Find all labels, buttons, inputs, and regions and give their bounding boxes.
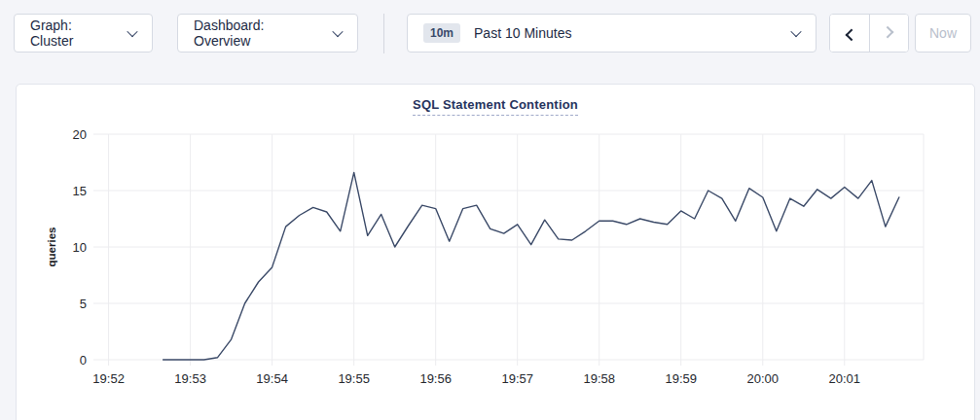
svg-text:19:59: 19:59: [665, 371, 697, 386]
svg-text:20:00: 20:00: [746, 371, 779, 386]
chevron-right-icon: [882, 25, 894, 38]
graph-dropdown-label: Graph: Cluster: [30, 18, 118, 49]
chart-title-wrap: SQL Statement Contention: [17, 85, 974, 116]
time-range-label: Past 10 Minutes: [474, 25, 571, 41]
svg-text:0: 0: [80, 353, 87, 368]
graph-dropdown[interactable]: Graph: Cluster: [14, 14, 153, 52]
svg-text:20:01: 20:01: [829, 371, 861, 386]
svg-text:19:54: 19:54: [256, 371, 288, 386]
chevron-left-icon: [845, 28, 857, 41]
previous-time-button[interactable]: [830, 15, 869, 52]
svg-text:19:58: 19:58: [583, 371, 615, 386]
svg-text:19:57: 19:57: [501, 371, 533, 386]
toolbar-divider: [383, 14, 384, 53]
sql-contention-chart[interactable]: 0510152019:5219:5319:5419:5519:5619:5719…: [17, 116, 976, 420]
time-range-badge: 10m: [423, 23, 460, 43]
dashboard-dropdown[interactable]: Dashboard: Overview: [177, 14, 358, 52]
chevron-down-icon: [127, 26, 137, 37]
chart-title[interactable]: SQL Statement Contention: [413, 97, 578, 116]
chevron-down-icon: [790, 26, 801, 37]
svg-text:10: 10: [73, 240, 87, 255]
svg-text:19:56: 19:56: [419, 371, 452, 386]
time-range-dropdown[interactable]: 10m Past 10 Minutes: [407, 14, 817, 52]
toolbar: Graph: Cluster Dashboard: Overview 10m P…: [0, 0, 980, 52]
svg-text:queries: queries: [46, 228, 57, 267]
svg-text:5: 5: [80, 297, 87, 311]
next-time-button[interactable]: [869, 15, 908, 52]
now-button[interactable]: Now: [915, 14, 971, 52]
svg-text:19:53: 19:53: [174, 371, 206, 386]
chart-card: SQL Statement Contention 0510152019:5219…: [16, 84, 975, 420]
svg-text:19:55: 19:55: [338, 371, 370, 386]
dashboard-dropdown-label: Dashboard: Overview: [194, 18, 323, 49]
svg-text:19:52: 19:52: [92, 371, 125, 386]
time-step-button-group: [829, 14, 909, 52]
svg-text:15: 15: [73, 184, 87, 198]
chevron-down-icon: [332, 26, 343, 37]
svg-text:20: 20: [73, 127, 87, 142]
